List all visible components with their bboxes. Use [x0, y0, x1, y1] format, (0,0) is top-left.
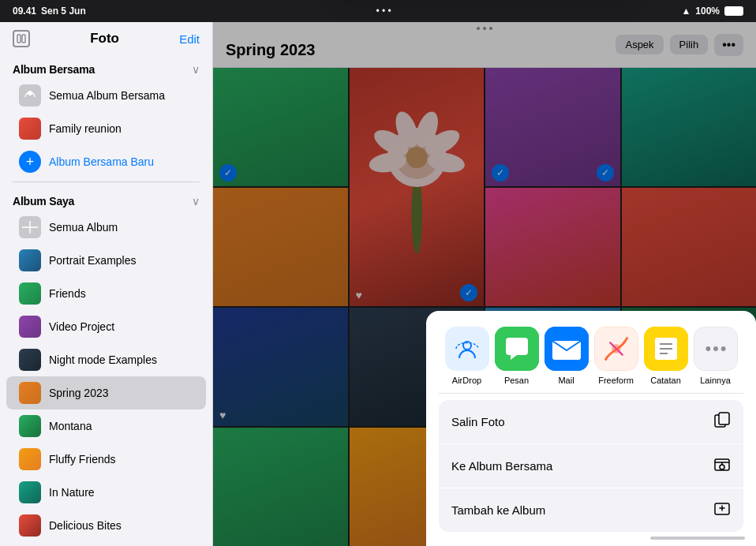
tambah-ke-album-action[interactable]: Tambah ke Album: [439, 488, 743, 532]
lainnya-label: Lainnya: [700, 376, 731, 385]
family-reunion-icon: [19, 118, 41, 140]
sidebar-header: Foto Edit: [0, 22, 212, 54]
mail-icon: [545, 327, 589, 371]
sidebar-item-all-albums[interactable]: Semua Album: [6, 211, 206, 244]
sidebar-item-spring[interactable]: Spring 2023: [6, 376, 206, 410]
svg-point-33: [705, 346, 710, 351]
mine-section-title: Album Saya: [13, 195, 74, 208]
friends-label: Friends: [49, 287, 193, 300]
spring-label: Spring 2023: [49, 387, 193, 399]
date-display: Sen 5 Jun: [41, 6, 86, 17]
sidebar-collapse-icon[interactable]: [13, 30, 30, 47]
sidebar-add-shared-item[interactable]: + Album Bersama Baru: [6, 145, 206, 178]
sidebar-divider-1: [13, 181, 200, 182]
svg-point-39: [720, 465, 724, 469]
portrait-icon: [19, 249, 41, 271]
freeform-label: Freeform: [598, 376, 634, 385]
tambah-ke-album-icon: [713, 499, 731, 521]
sidebar-item-montana[interactable]: Montana: [6, 410, 206, 443]
nature-icon: [19, 481, 41, 503]
shared-section-chevron[interactable]: ∨: [192, 63, 200, 76]
lainnya-icon: [694, 327, 738, 371]
salin-foto-action[interactable]: Salin Foto: [439, 400, 743, 443]
sidebar-item-family-reunion[interactable]: Family reunion: [6, 112, 206, 145]
spring-icon: [19, 382, 41, 404]
share-catatan[interactable]: Catatan: [644, 327, 688, 385]
all-albums-icon: [19, 216, 41, 238]
wifi-icon: ▲: [681, 6, 691, 17]
airdrop-icon: [445, 327, 489, 371]
share-actions: Salin Foto Ke Album Bersama: [439, 400, 743, 532]
ke-album-bersama-label: Ke Album Bersama: [451, 459, 552, 473]
status-bar-center: • • •: [376, 6, 391, 17]
bottom-indicator: [650, 537, 745, 540]
sidebar-item-friends[interactable]: Friends: [6, 277, 206, 310]
main-content: Spring 2023 Aspek Pilih ••• ✓: [213, 22, 756, 546]
svg-rect-0: [17, 35, 21, 43]
share-freeform[interactable]: Freeform: [594, 327, 638, 385]
friends-icon: [19, 282, 41, 305]
svg-point-3: [28, 91, 32, 95]
catatan-icon: [644, 327, 688, 371]
all-shared-icon: [19, 84, 41, 107]
status-bar-right: ▲ 100%: [681, 6, 743, 17]
share-sheet: AirDrop Pesan: [426, 311, 756, 546]
sidebar-item-night[interactable]: Night mode Examples: [6, 343, 206, 376]
tambah-ke-album-label: Tambah ke Album: [451, 503, 545, 517]
all-albums-label: Semua Album: [49, 221, 193, 234]
fluffy-label: Fluffy Friends: [49, 453, 193, 466]
family-reunion-label: Family reunion: [49, 122, 193, 135]
share-mail[interactable]: Mail: [545, 327, 589, 385]
svg-point-34: [713, 346, 718, 351]
center-dots: • • •: [376, 6, 391, 17]
pesan-icon: [495, 327, 539, 371]
sidebar-add-album-item[interactable]: + Album Baru: [6, 542, 206, 546]
shared-section-title: Album Bersama: [13, 63, 95, 76]
status-bar-left: 09.41 Sen 5 Jun: [13, 6, 86, 17]
salin-foto-label: Salin Foto: [451, 415, 505, 428]
battery-display: 100%: [695, 6, 720, 17]
freeform-icon: [594, 327, 638, 371]
sidebar-item-delicious[interactable]: Delicious Bites: [6, 509, 206, 542]
sidebar-edit-button[interactable]: Edit: [179, 32, 200, 46]
battery-icon: [724, 6, 743, 16]
catatan-label: Catatan: [650, 376, 681, 385]
svg-point-35: [720, 346, 725, 351]
sidebar-section-shared: Album Bersama ∨: [0, 54, 212, 79]
nature-label: In Nature: [49, 486, 193, 499]
video-label: Video Project: [49, 320, 193, 333]
sidebar-content: Album Bersama ∨ Semua Album Bersama Fami…: [0, 54, 212, 546]
airdrop-label: AirDrop: [452, 376, 481, 385]
ke-album-bersama-icon: [713, 455, 731, 477]
salin-foto-icon: [713, 411, 731, 432]
fluffy-icon: [19, 448, 41, 470]
sidebar-item-video[interactable]: Video Project: [6, 310, 206, 343]
sidebar-item-nature[interactable]: In Nature: [6, 476, 206, 509]
sidebar-section-mine: Album Saya ∨: [0, 185, 212, 211]
night-icon: [19, 349, 41, 371]
status-bar: 09.41 Sen 5 Jun • • • ▲ 100%: [0, 0, 756, 22]
all-shared-label: Semua Album Bersama: [49, 89, 193, 102]
svg-rect-37: [719, 413, 729, 424]
add-shared-label: Album Bersama Baru: [49, 155, 154, 168]
time-display: 09.41: [13, 6, 36, 17]
mail-label: Mail: [558, 376, 574, 385]
share-divider: [439, 393, 743, 394]
share-lainnya[interactable]: Lainnya: [694, 327, 738, 385]
sidebar-item-fluffy[interactable]: Fluffy Friends: [6, 443, 206, 476]
portrait-label: Portrait Examples: [49, 254, 193, 267]
add-shared-icon: +: [19, 151, 41, 173]
app-container: Foto Edit Album Bersama ∨ Semua Album Be…: [0, 22, 756, 546]
delicious-label: Delicious Bites: [49, 519, 193, 532]
mine-section-chevron[interactable]: ∨: [192, 195, 200, 208]
share-pesan[interactable]: Pesan: [495, 327, 539, 385]
sidebar-item-portrait[interactable]: Portrait Examples: [6, 244, 206, 277]
sidebar-item-all-shared[interactable]: Semua Album Bersama: [6, 79, 206, 112]
svg-rect-1: [22, 35, 25, 43]
night-label: Night mode Examples: [49, 353, 193, 366]
ke-album-bersama-action[interactable]: Ke Album Bersama: [439, 444, 743, 488]
share-airdrop[interactable]: AirDrop: [445, 327, 489, 385]
sidebar: Foto Edit Album Bersama ∨ Semua Album Be…: [0, 22, 213, 546]
sidebar-title: Foto: [90, 31, 119, 47]
share-apps-row: AirDrop Pesan: [426, 311, 756, 393]
